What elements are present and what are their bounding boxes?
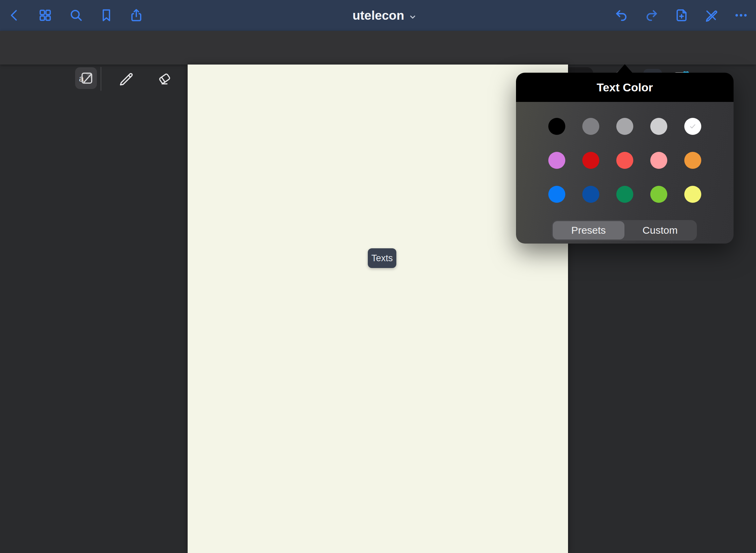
document-title-label: utelecon	[353, 8, 404, 23]
color-swatch-light-gray[interactable]	[650, 118, 667, 135]
color-swatch-dark-blue[interactable]	[582, 186, 599, 203]
swatch-grid	[540, 109, 710, 211]
color-swatch-dark-gray[interactable]	[582, 118, 599, 135]
tab-presets[interactable]: Presets	[553, 221, 624, 239]
page-grid-icon[interactable]	[38, 8, 53, 23]
text-color-popover: Text Color Presets Custom	[516, 73, 734, 244]
color-swatch-light-green[interactable]	[650, 186, 667, 203]
color-swatch-white[interactable]	[684, 118, 701, 135]
back-icon[interactable]	[7, 8, 22, 23]
document-title[interactable]: utelecon	[310, 0, 460, 31]
color-swatch-purple[interactable]	[548, 152, 565, 169]
read-mode-icon[interactable]: a	[75, 67, 97, 89]
color-swatch-black[interactable]	[548, 118, 565, 135]
eraser-tool-icon[interactable]	[156, 70, 173, 87]
color-swatch-yellow[interactable]	[684, 186, 701, 203]
add-page-icon[interactable]	[674, 8, 689, 23]
popover-title: Text Color	[597, 81, 653, 94]
notebook-page[interactable]	[188, 65, 568, 553]
goodnotes-app: { "nav": { "title": "utelecon", "left_ic…	[0, 0, 756, 553]
pen-tool-icon[interactable]	[117, 70, 134, 87]
bookmark-icon[interactable]	[99, 8, 114, 23]
popover-arrow	[617, 64, 633, 73]
color-swatch-orange[interactable]	[684, 152, 701, 169]
tab-presets-label: Presets	[571, 225, 606, 236]
chevron-down-icon	[408, 13, 417, 21]
color-mode-segmented-control: Presets Custom	[552, 220, 697, 240]
search-icon[interactable]	[69, 8, 84, 23]
svg-text:a: a	[79, 73, 84, 84]
share-icon[interactable]	[129, 8, 144, 23]
undo-icon[interactable]	[614, 8, 629, 23]
color-swatch-gray[interactable]	[616, 118, 633, 135]
stylus-cross-icon[interactable]	[704, 8, 719, 23]
color-swatch-dark-red[interactable]	[582, 152, 599, 169]
color-swatch-red[interactable]	[616, 152, 633, 169]
color-swatch-pink[interactable]	[650, 152, 667, 169]
tool-bar: a T HiraginoSans-... 16	[0, 31, 756, 65]
tab-custom-label: Custom	[642, 225, 677, 236]
text-object[interactable]: Texts	[368, 248, 396, 268]
toolbar-divider	[101, 67, 101, 91]
checkmark-icon	[688, 122, 698, 131]
color-swatch-blue[interactable]	[548, 186, 565, 203]
more-icon[interactable]	[734, 8, 749, 23]
nav-bar: utelecon	[0, 0, 756, 31]
popover-header: Text Color	[516, 73, 734, 102]
redo-icon[interactable]	[644, 8, 659, 23]
text-object-label: Texts	[371, 253, 393, 264]
tab-custom[interactable]: Custom	[624, 221, 696, 239]
color-swatch-green[interactable]	[616, 186, 633, 203]
